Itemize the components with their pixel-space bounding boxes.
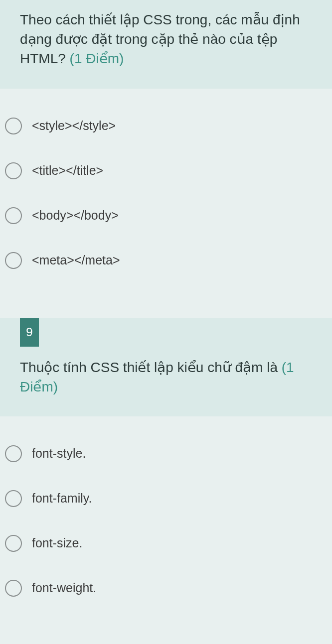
question-text-content: Thuộc tính CSS thiết lập kiểu chữ đậm là: [20, 360, 282, 375]
question-number-badge: 9: [20, 318, 39, 347]
question-points: (1 Điểm): [70, 51, 124, 66]
answer-label: font-style.: [32, 446, 86, 461]
question-header: 9 Thuộc tính CSS thiết lập kiểu chữ đậm …: [0, 318, 332, 416]
answers-list: font-style. font-family. font-size. font…: [0, 416, 332, 636]
answer-label: <style></style>: [32, 119, 116, 133]
answers-list: <style></style> <title></title> <body></…: [0, 89, 332, 308]
answer-option[interactable]: font-size.: [5, 521, 327, 566]
answer-option[interactable]: font-style.: [5, 431, 327, 476]
answer-label: <title></title>: [32, 163, 103, 178]
answer-option[interactable]: <style></style>: [5, 104, 327, 148]
answer-option[interactable]: <title></title>: [5, 148, 327, 193]
spacer: [0, 308, 332, 318]
radio-button[interactable]: [5, 118, 22, 134]
question-text: Thuộc tính CSS thiết lập kiểu chữ đậm là…: [20, 358, 312, 396]
question-header: Theo cách thiết lập CSS trong, các mẫu đ…: [0, 0, 332, 89]
radio-button[interactable]: [5, 580, 22, 597]
radio-button[interactable]: [5, 252, 22, 269]
radio-button[interactable]: [5, 490, 22, 507]
question-text-content: Theo cách thiết lập CSS trong, các mẫu đ…: [20, 12, 300, 66]
answer-label: <meta></meta>: [32, 253, 120, 267]
answer-label: font-family.: [32, 491, 92, 506]
answer-label: <body></body>: [32, 208, 119, 223]
answer-label: font-size.: [32, 536, 82, 550]
answer-option[interactable]: <body></body>: [5, 193, 327, 238]
question-text: Theo cách thiết lập CSS trong, các mẫu đ…: [20, 10, 312, 69]
answer-option[interactable]: font-family.: [5, 476, 327, 521]
answer-option[interactable]: font-weight.: [5, 566, 327, 611]
answer-label: font-weight.: [32, 581, 96, 595]
answer-option[interactable]: <meta></meta>: [5, 238, 327, 283]
radio-button[interactable]: [5, 535, 22, 552]
radio-button[interactable]: [5, 162, 22, 179]
radio-button[interactable]: [5, 207, 22, 224]
radio-button[interactable]: [5, 445, 22, 462]
